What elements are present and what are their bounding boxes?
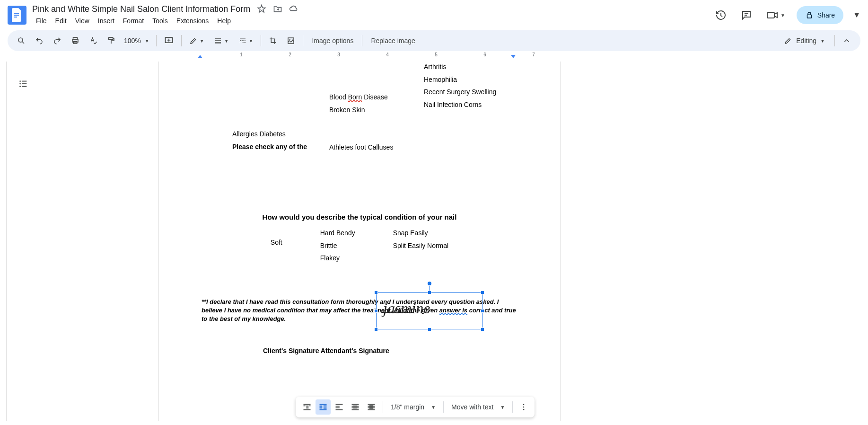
svg-point-56 xyxy=(523,409,525,410)
svg-rect-32 xyxy=(306,406,308,409)
svg-rect-36 xyxy=(320,406,323,409)
margin-select[interactable]: 1/8" margin▼ xyxy=(387,401,439,413)
resize-handle-tr[interactable] xyxy=(481,291,484,294)
border-dash-icon[interactable]: ▼ xyxy=(235,34,257,48)
left-indent-marker[interactable] xyxy=(198,55,202,58)
paint-format-icon[interactable] xyxy=(103,34,119,48)
zoom-select[interactable]: 100%▼ xyxy=(121,37,152,44)
svg-rect-1 xyxy=(14,15,19,16)
spellcheck-icon[interactable] xyxy=(85,34,101,48)
menu-insert[interactable]: Insert xyxy=(94,15,118,27)
svg-rect-51 xyxy=(369,405,373,409)
separator xyxy=(834,35,835,46)
separator xyxy=(443,401,444,413)
nail-condition-options: Soft Hard BendyBrittleFlakey Snap Easily… xyxy=(202,227,517,265)
front-text-icon[interactable] xyxy=(364,399,379,415)
svg-line-8 xyxy=(22,42,24,44)
separator xyxy=(181,35,182,46)
docs-app-icon[interactable] xyxy=(8,6,26,25)
signature-image-text: jasmine xyxy=(383,300,430,317)
document-page[interactable]: Arthritis Hemophilia Recent Surgery Swel… xyxy=(158,62,561,421)
break-text-icon[interactable] xyxy=(332,399,347,415)
resize-handle-bl[interactable] xyxy=(374,328,378,331)
resize-handle-bm[interactable] xyxy=(428,328,431,331)
border-weight-icon[interactable]: ▼ xyxy=(210,34,233,48)
image-position-toolbar: 1/8" margin▼ Move with text▼ xyxy=(296,397,535,417)
behind-text-icon[interactable] xyxy=(348,399,363,415)
separator xyxy=(261,35,261,46)
image-options-button[interactable]: Image options xyxy=(307,34,358,47)
meet-icon[interactable]: ▼ xyxy=(763,7,788,24)
chevron-down-icon: ▼ xyxy=(780,13,785,18)
resize-handle-br[interactable] xyxy=(481,328,484,331)
svg-point-55 xyxy=(523,407,525,408)
svg-rect-2 xyxy=(14,17,17,18)
resize-handle-ml[interactable] xyxy=(374,309,378,313)
condition-text: Allergies Diabetes Please check any of t… xyxy=(232,128,307,153)
menu-help[interactable]: Help xyxy=(213,15,235,27)
collapse-toolbar-icon[interactable] xyxy=(839,34,855,48)
svg-rect-12 xyxy=(109,37,113,40)
outline-toggle-icon[interactable] xyxy=(14,75,32,93)
resize-handle-tm[interactable] xyxy=(428,291,431,294)
chevron-down-icon: ▼ xyxy=(820,38,825,44)
separator xyxy=(512,401,513,413)
border-color-icon[interactable]: ▼ xyxy=(185,34,208,48)
svg-point-26 xyxy=(19,83,21,85)
vertical-ruler[interactable] xyxy=(0,62,7,421)
separator xyxy=(362,35,362,46)
svg-rect-42 xyxy=(336,406,340,408)
print-icon[interactable] xyxy=(67,34,83,48)
star-icon[interactable] xyxy=(257,4,266,14)
inline-wrap-icon[interactable] xyxy=(299,399,315,415)
right-indent-marker[interactable] xyxy=(511,55,516,58)
svg-point-54 xyxy=(523,404,525,405)
comments-icon[interactable] xyxy=(738,7,755,24)
svg-point-23 xyxy=(289,39,290,40)
menu-format[interactable]: Format xyxy=(119,15,148,27)
menu-edit[interactable]: Edit xyxy=(52,15,70,27)
svg-rect-5 xyxy=(767,12,774,18)
replace-image-button[interactable]: Replace image xyxy=(366,34,420,47)
condition-text: Arthritis Hemophilia Recent Surgery Swel… xyxy=(424,62,496,111)
redo-icon[interactable] xyxy=(49,34,65,48)
horizontal-ruler[interactable]: 1 2 3 4 5 6 7 xyxy=(161,52,688,62)
rotate-handle[interactable] xyxy=(427,281,432,286)
menu-view[interactable]: View xyxy=(71,15,93,27)
mask-image-icon[interactable] xyxy=(283,34,299,48)
svg-rect-44 xyxy=(353,405,357,409)
wrap-text-icon[interactable] xyxy=(316,399,331,415)
separator xyxy=(156,35,157,46)
svg-rect-0 xyxy=(14,13,19,14)
selected-image[interactable]: jasmine xyxy=(376,292,482,329)
cloud-status-icon[interactable] xyxy=(289,4,298,14)
share-dropdown-icon[interactable]: ▼ xyxy=(853,11,860,19)
svg-point-24 xyxy=(19,80,21,82)
undo-icon[interactable] xyxy=(31,34,47,48)
menu-file[interactable]: File xyxy=(32,15,51,27)
share-label: Share xyxy=(817,11,835,19)
editing-mode-button[interactable]: Editing ▼ xyxy=(778,34,831,48)
separator xyxy=(383,401,383,413)
separator xyxy=(303,35,303,46)
share-button[interactable]: Share xyxy=(797,6,843,24)
svg-point-7 xyxy=(18,38,23,42)
toolbar: 100%▼ ▼ ▼ ▼ Image options Replace image … xyxy=(8,30,860,51)
crop-icon[interactable] xyxy=(265,34,281,48)
move-folder-icon[interactable] xyxy=(273,4,282,14)
condition-text: Blood Born Disease Broken Skin xyxy=(329,91,388,116)
history-icon[interactable] xyxy=(712,7,729,24)
menu-tools[interactable]: Tools xyxy=(149,15,172,27)
svg-point-28 xyxy=(19,86,21,87)
pencil-icon xyxy=(784,36,792,45)
search-icon[interactable] xyxy=(13,34,29,48)
condition-text: Athletes foot Calluses xyxy=(329,141,393,154)
add-comment-icon[interactable] xyxy=(160,33,177,48)
signature-labels: Client's Signature Attendant's Signature xyxy=(263,347,389,354)
resize-handle-mr[interactable] xyxy=(481,309,484,313)
document-title[interactable]: Pink and White Simple Nail Salon Client … xyxy=(32,4,250,14)
menu-extensions[interactable]: Extensions xyxy=(173,15,212,27)
position-select[interactable]: Move with text▼ xyxy=(447,401,509,413)
more-options-icon[interactable] xyxy=(517,400,531,414)
resize-handle-tl[interactable] xyxy=(374,291,378,294)
